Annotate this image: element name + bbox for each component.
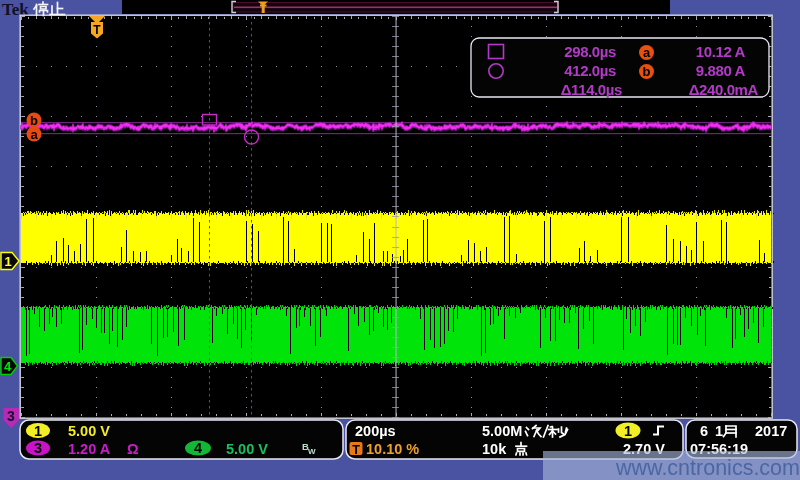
svg-text:Δ240.0mA: Δ240.0mA [689,81,759,98]
svg-text:1: 1 [34,423,42,439]
svg-text:Δ114.0µs: Δ114.0µs [561,81,622,98]
svg-text:1: 1 [715,423,723,439]
svg-text:4: 4 [194,440,202,456]
svg-text:10.12 A: 10.12 A [696,43,746,60]
svg-text:T: T [352,443,360,457]
svg-text:1: 1 [624,423,632,439]
svg-text:b: b [30,113,38,128]
svg-text:200µs: 200µs [355,423,396,439]
svg-text:a: a [643,45,651,60]
svg-text:b: b [643,64,651,79]
svg-text:6: 6 [700,423,708,439]
svg-text:3: 3 [7,408,15,424]
svg-text:4: 4 [4,359,12,374]
svg-text:298.0µs: 298.0µs [564,43,616,60]
svg-text:2017: 2017 [755,423,787,439]
svg-text:412.0µs: 412.0µs [564,62,616,79]
svg-text:www.cntronics.com: www.cntronics.com [615,456,800,480]
svg-text:1: 1 [4,254,11,269]
svg-text:9.880 A: 9.880 A [696,62,746,79]
svg-text:1.20 A: 1.20 A [68,441,111,457]
svg-text:Ω: Ω [127,441,139,457]
svg-text:T: T [93,23,101,37]
svg-text:a: a [30,127,38,142]
svg-text:5.00 V: 5.00 V [68,423,110,439]
svg-text:10.10 %: 10.10 % [366,441,419,457]
svg-text:5.00M: 5.00M [482,423,522,439]
svg-text:10k: 10k [482,441,507,457]
svg-text:W: W [308,447,316,456]
svg-text:3: 3 [34,440,42,456]
svg-text:5.00 V: 5.00 V [226,441,268,457]
